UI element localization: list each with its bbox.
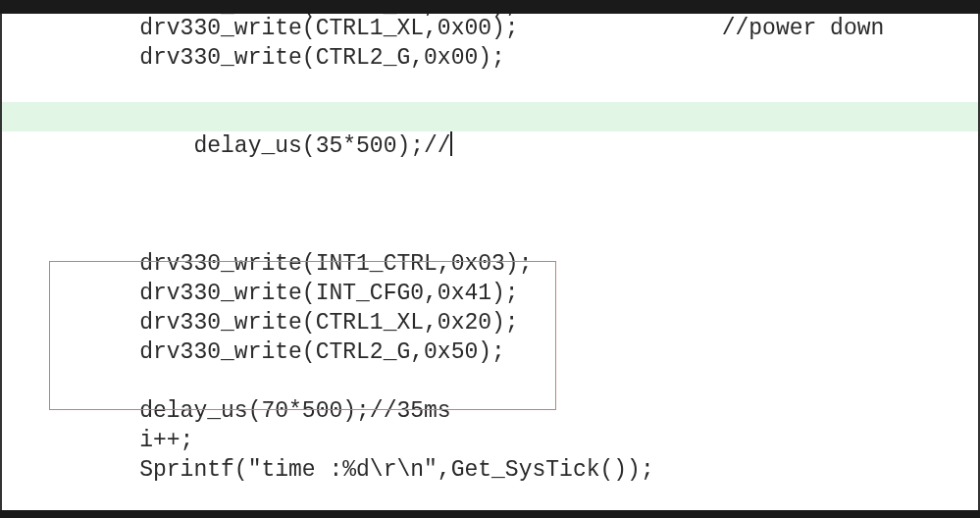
code-line[interactable]: delay_us(70*500);//35ms (2, 396, 978, 426)
partial-line-top: drv330_write(CTRL1_XL,0x00); // ... (2, 14, 978, 21)
code-line[interactable]: drv330_write(INT1_CTRL,0x03); (2, 249, 978, 279)
code-editor[interactable]: drv330_write(CTRL1_XL,0x00); // ... drv3… (0, 14, 980, 510)
code-line[interactable] (2, 73, 978, 102)
code-line[interactable]: Sprintf("time :%d\r\n",Get_SysTick()); (2, 455, 978, 485)
code-line-highlighted[interactable]: delay_us(35*500);// (2, 102, 978, 131)
code-line[interactable] (2, 190, 978, 220)
code-line[interactable]: drv330_write(CTRL2_G,0x00); (2, 43, 978, 73)
code-text: delay_us(35*500);// (139, 133, 450, 159)
code-line[interactable]: drv330_write(CTRL2_G,0x50); (2, 337, 978, 367)
code-line[interactable]: drv330_write(CTRL1_XL,0x20); (2, 308, 978, 337)
text-cursor (450, 131, 452, 156)
code-line[interactable]: drv330_write(INT_CFG0,0x41); (2, 279, 978, 308)
code-line[interactable] (2, 220, 978, 249)
code-line[interactable] (2, 367, 978, 396)
code-line[interactable] (2, 161, 978, 190)
code-line[interactable]: i++; (2, 426, 978, 455)
